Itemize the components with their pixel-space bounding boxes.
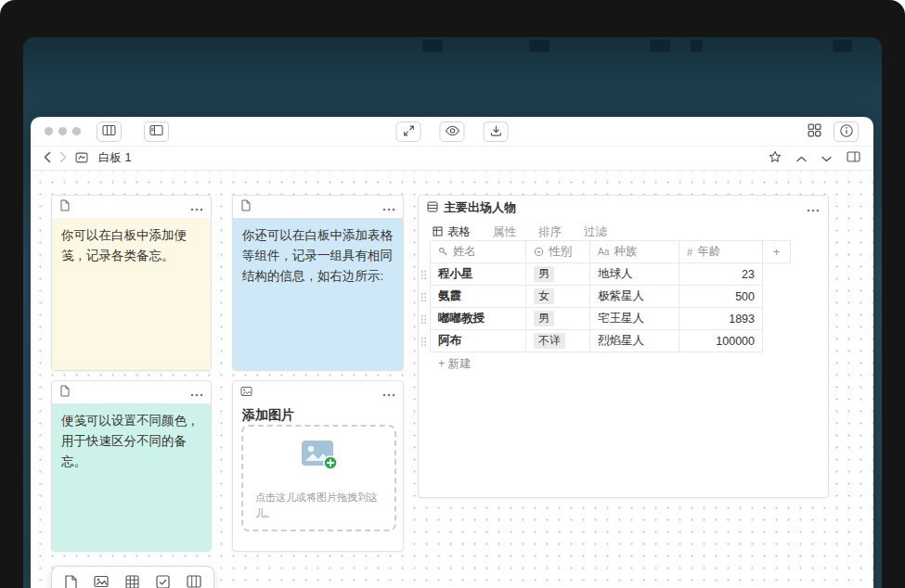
cell-name[interactable]: 嘟嘟教授 bbox=[430, 308, 526, 330]
more-icon[interactable] bbox=[382, 198, 395, 215]
cell-race[interactable]: 地球人 bbox=[590, 263, 679, 286]
gender-tag: 女 bbox=[534, 288, 554, 304]
cell-gender[interactable]: 男 bbox=[526, 308, 590, 330]
wallpaper-detail bbox=[422, 40, 443, 52]
table-row[interactable]: 嘟嘟教授 男 宅王星人 1893 bbox=[430, 308, 791, 330]
insert-toolbar bbox=[51, 566, 214, 588]
tab-table[interactable]: 表格 bbox=[433, 224, 471, 240]
insert-note-button[interactable] bbox=[64, 575, 77, 588]
note-icon bbox=[59, 384, 71, 401]
dropzone-caption: 点击这儿或将图片拖拽到这儿。 bbox=[255, 490, 385, 520]
note-text[interactable]: 你还可以在白板中添加表格等组件，记录一组具有相同结构的信息，如右边所示: bbox=[233, 218, 403, 370]
cell-age[interactable]: 1893 bbox=[679, 308, 763, 330]
image-icon bbox=[240, 384, 252, 401]
pathbar-right-group bbox=[769, 150, 860, 166]
split-view-button[interactable] bbox=[847, 151, 860, 165]
sticky-note-card[interactable]: 你可以在白板中添加便笺，记录各类备忘。 bbox=[51, 195, 212, 371]
table-row[interactable]: 氨霞 女 极紫星人 500 bbox=[430, 286, 791, 308]
info-icon bbox=[839, 123, 854, 141]
cell-gender[interactable]: 男 bbox=[526, 263, 590, 286]
checkbox-icon bbox=[156, 575, 170, 588]
column-header-name[interactable]: 姓名 bbox=[430, 240, 526, 263]
cell-race[interactable]: 宅王星人 bbox=[590, 308, 679, 330]
wallpaper-detail bbox=[691, 40, 703, 52]
cell-gender[interactable]: 女 bbox=[526, 286, 590, 308]
add-column-button[interactable]: + bbox=[763, 240, 791, 263]
column-header-race[interactable]: Aa 种族 bbox=[590, 240, 679, 263]
prev-page-button[interactable] bbox=[796, 151, 807, 165]
drag-handle-icon[interactable] bbox=[420, 314, 427, 325]
app-window: 白板 1 bbox=[31, 117, 873, 588]
whiteboard-canvas[interactable]: 你可以在白板中添加便笺，记录各类备忘。 你还可以在白板中添加表格等组件，记录一组… bbox=[31, 171, 873, 588]
chevron-right-icon bbox=[59, 151, 67, 166]
table-row[interactable]: 阿布 不详 烈焰星人 100000 bbox=[430, 330, 791, 352]
board-view-button[interactable] bbox=[97, 121, 122, 142]
download-icon bbox=[489, 124, 502, 140]
preview-button[interactable] bbox=[440, 121, 465, 142]
cell-race[interactable]: 极紫星人 bbox=[590, 286, 679, 308]
table-title-text: 主要出场人物 bbox=[444, 199, 516, 216]
more-icon[interactable] bbox=[190, 198, 203, 215]
present-button[interactable] bbox=[396, 121, 421, 142]
wallpaper-detail bbox=[833, 40, 852, 52]
tab-sort[interactable]: 排序 bbox=[538, 224, 562, 240]
insert-image-button[interactable] bbox=[94, 575, 109, 588]
eye-icon bbox=[445, 125, 459, 139]
card-header bbox=[233, 381, 403, 403]
more-icon[interactable] bbox=[382, 384, 395, 401]
whiteboard-icon bbox=[75, 150, 88, 167]
table-card[interactable]: 主要出场人物 表格 属性 排序 过滤 bbox=[418, 195, 829, 498]
select-type-icon bbox=[534, 247, 544, 257]
cell-gender[interactable]: 不详 bbox=[526, 330, 590, 352]
more-icon[interactable] bbox=[190, 384, 203, 401]
insert-board-button[interactable] bbox=[187, 575, 201, 588]
table-row[interactable]: 程小星 男 地球人 23 bbox=[430, 263, 791, 286]
cell-race[interactable]: 烈焰星人 bbox=[590, 330, 679, 352]
window-toolbar bbox=[31, 117, 873, 147]
wallpaper-detail bbox=[650, 40, 670, 52]
apps-grid-icon bbox=[807, 122, 822, 141]
cell-age[interactable]: 500 bbox=[679, 286, 763, 308]
sidebar-layout-button[interactable] bbox=[144, 121, 169, 142]
export-button[interactable] bbox=[484, 121, 509, 142]
note-text[interactable]: 便笺可以设置不同颜色，用于快速区分不同的备忘。 bbox=[52, 403, 211, 551]
forward-button[interactable] bbox=[59, 151, 67, 166]
gender-tag: 男 bbox=[534, 266, 554, 282]
image-dropzone[interactable]: 点击这儿或将图片拖拽到这儿。 bbox=[241, 425, 396, 531]
insert-todo-button[interactable] bbox=[156, 575, 170, 588]
cell-name[interactable]: 程小星 bbox=[430, 263, 526, 286]
note-text[interactable]: 你可以在白板中添加便笺，记录各类备忘。 bbox=[52, 218, 211, 370]
add-image-card[interactable]: 添加图片 点击这儿或将图片拖拽到这儿。 bbox=[232, 380, 404, 552]
drag-handle-icon[interactable] bbox=[420, 337, 427, 347]
desktop-wallpaper: 白板 1 bbox=[23, 37, 882, 588]
sticky-note-card[interactable]: 你还可以在白板中添加表格等组件，记录一组具有相同结构的信息，如右边所示: bbox=[232, 195, 404, 371]
tab-filter[interactable]: 过滤 bbox=[584, 224, 607, 240]
favorite-button[interactable] bbox=[769, 150, 782, 166]
back-button[interactable] bbox=[44, 151, 51, 166]
zoom-window-button[interactable] bbox=[72, 127, 81, 135]
apps-grid-button[interactable] bbox=[807, 122, 822, 141]
gender-tag: 不详 bbox=[534, 333, 565, 349]
drag-handle-icon[interactable] bbox=[420, 270, 427, 280]
column-header-age[interactable]: # 年龄 bbox=[679, 240, 763, 263]
key-icon bbox=[438, 247, 448, 257]
tab-properties[interactable]: 属性 bbox=[493, 224, 516, 240]
next-page-button[interactable] bbox=[821, 151, 832, 165]
insert-table-button[interactable] bbox=[125, 575, 139, 588]
close-window-button[interactable] bbox=[45, 127, 53, 135]
more-icon[interactable] bbox=[807, 199, 820, 216]
column-header-gender[interactable]: 性别 bbox=[526, 240, 590, 263]
sticky-note-card[interactable]: 便笺可以设置不同颜色，用于快速区分不同的备忘。 bbox=[51, 380, 212, 552]
minimize-window-button[interactable] bbox=[58, 127, 67, 135]
cell-age[interactable]: 23 bbox=[679, 263, 763, 286]
cell-name[interactable]: 阿布 bbox=[430, 330, 526, 352]
drag-handle-icon[interactable] bbox=[420, 292, 427, 302]
note-icon bbox=[59, 198, 71, 215]
text-type-icon: Aa bbox=[598, 247, 609, 257]
info-button[interactable] bbox=[834, 121, 859, 142]
cell-name[interactable]: 氨霞 bbox=[430, 286, 526, 308]
table-card-title: 主要出场人物 bbox=[427, 199, 516, 216]
database-icon bbox=[427, 201, 438, 215]
new-row-button[interactable]: + 新建 bbox=[430, 352, 791, 375]
cell-age[interactable]: 100000 bbox=[679, 330, 763, 352]
